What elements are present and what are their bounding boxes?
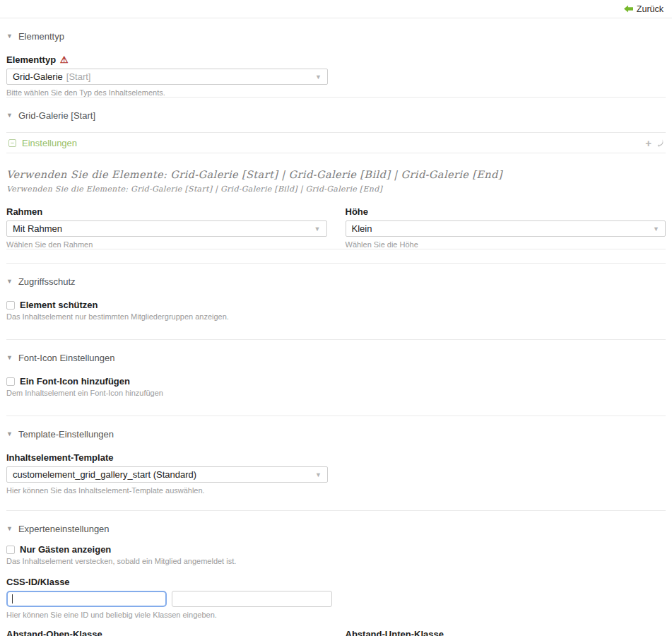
fonticon-row: Ein Font-Icon hinzufügen	[6, 376, 666, 387]
guests-label: Nur Gästen anzeigen	[20, 544, 111, 555]
abstand-unten-label: Abstand-Unten-Klasse	[346, 629, 666, 636]
add-icon[interactable]: +	[645, 138, 652, 148]
mandatory-warning-icon: ⚠	[60, 55, 69, 64]
rahmen-select[interactable]: Mit Rahmen ▼	[6, 220, 327, 237]
elementtyp-field-label-text: Elementtyp	[6, 54, 56, 65]
hoehe-select[interactable]: Klein ▼	[346, 220, 666, 237]
back-button[interactable]: Zurück	[624, 4, 664, 14]
legend-fonticon-label: Font-Icon Einstellungen	[18, 353, 115, 363]
divider	[6, 416, 666, 416]
template-select-value: customelement_grid_gallery_start (Standa…	[13, 469, 196, 480]
rahmen-select-value: Mit Rahmen	[13, 223, 62, 234]
hoehe-field: Höhe Klein ▼ Wählen Sie die Höhe	[346, 194, 666, 249]
chevron-down-icon: ▼	[6, 278, 13, 285]
form-content: ▼ Elementtyp Elementtyp ⚠ Grid-Galerie […	[0, 31, 672, 636]
legend-template-label: Template-Einstellungen	[18, 429, 114, 440]
hoehe-select-value: Klein	[352, 223, 372, 234]
element-schuetzen-help: Das Inhaltselement nur bestimmten Mitgli…	[6, 312, 666, 321]
guests-checkbox[interactable]	[6, 546, 15, 554]
text-caret	[12, 594, 13, 603]
subpalette-toggle[interactable]: − Einstellungen	[8, 138, 77, 148]
elementtyp-help: Bitte wählen Sie den Typ des Inhaltselem…	[6, 88, 666, 97]
abstand-oben-label: Abstand-Oben-Klasse	[6, 629, 327, 636]
subpalette-label: Einstellungen	[22, 138, 77, 148]
rahmen-field: Rahmen Mit Rahmen ▼ Wählen Sie den Rahme…	[6, 194, 327, 249]
legend-zugriffsschutz[interactable]: ▼ Zugriffsschutz	[6, 276, 666, 287]
elementtyp-select-value: Grid-Galerie	[13, 71, 63, 82]
cssid-help: Hier können Sie eine ID und beliebig vie…	[6, 611, 666, 619]
back-arrow-icon	[624, 5, 633, 13]
element-schuetzen-row: Element schützen	[6, 300, 666, 310]
elementtyp-field-label: Elementtyp ⚠	[6, 54, 666, 65]
chevron-down-icon: ▼	[6, 112, 13, 119]
fonticon-checkbox[interactable]	[6, 377, 15, 386]
elementtyp-select[interactable]: Grid-Galerie [Start] ▼	[6, 69, 328, 85]
chevron-down-icon: ▼	[6, 33, 13, 40]
subpalette-actions: +	[645, 138, 664, 148]
divider	[6, 510, 666, 511]
abstand-unten-field: Abstand-Unten-Klasse - ▼ Wählen Sie eine…	[346, 619, 666, 636]
cssid-inputs	[6, 591, 666, 607]
dropdown-arrow-icon: ▼	[315, 73, 322, 81]
top-bar: Zurück	[0, 0, 672, 18]
legend-elementtyp-label: Elementtyp	[18, 31, 64, 42]
guests-row: Nur Gästen anzeigen	[6, 544, 666, 555]
chevron-down-icon: ▼	[6, 431, 13, 437]
fonticon-help: Dem Inhaltselement ein Font-Icon hinzufü…	[6, 389, 666, 397]
legend-experten-label: Experteneinstellungen	[18, 524, 110, 534]
rahmen-label: Rahmen	[6, 206, 327, 217]
legend-grid-galerie[interactable]: ▼ Grid-Galerie [Start]	[6, 110, 666, 121]
chevron-down-icon: ▼	[6, 526, 13, 532]
abstand-oben-field: Abstand-Oben-Klasse - ▼ Wählen Sie eine …	[6, 619, 327, 636]
element-schuetzen-label: Element schützen	[20, 300, 98, 310]
rahmen-help: Wählen Sie den Rahmen	[6, 240, 327, 249]
dropdown-arrow-icon: ▼	[314, 225, 321, 232]
css-id-input[interactable]	[6, 591, 167, 607]
legend-elementtyp[interactable]: ▼ Elementtyp	[6, 31, 666, 42]
usage-note-large: Verwenden Sie die Elemente: Grid-Galerie…	[6, 169, 666, 180]
collapse-icon: −	[8, 139, 16, 147]
fonticon-label: Ein Font-Icon hinzufügen	[20, 376, 130, 387]
rahmen-hoehe-row: Rahmen Mit Rahmen ▼ Wählen Sie den Rahme…	[6, 194, 666, 249]
divider	[6, 263, 666, 264]
wizard-icon[interactable]	[654, 139, 664, 148]
elementtyp-select-suffix: [Start]	[66, 71, 91, 82]
dropdown-arrow-icon: ▼	[653, 225, 659, 232]
template-select[interactable]: customelement_grid_gallery_start (Standa…	[6, 466, 328, 483]
subpalette-einstellungen: − Einstellungen +	[6, 132, 666, 153]
legend-zugriffsschutz-label: Zugriffsschutz	[18, 276, 76, 287]
legend-template[interactable]: ▼ Template-Einstellungen	[6, 429, 666, 440]
legend-experten[interactable]: ▼ Experteneinstellungen	[6, 524, 666, 534]
divider	[6, 339, 666, 340]
abstand-row-1: Abstand-Oben-Klasse - ▼ Wählen Sie eine …	[6, 619, 666, 636]
legend-grid-galerie-label: Grid-Galerie [Start]	[18, 110, 95, 121]
template-field-label: Inhaltselement-Template	[6, 452, 666, 463]
chevron-down-icon: ▼	[6, 355, 13, 361]
back-label: Zurück	[637, 4, 664, 14]
css-class-input[interactable]	[172, 591, 332, 607]
divider	[6, 97, 666, 98]
hoehe-label: Höhe	[346, 206, 666, 217]
template-help: Hier können Sie das Inhaltselement-Templ…	[6, 486, 666, 495]
cssid-label: CSS-ID/Klasse	[6, 577, 666, 587]
legend-fonticon[interactable]: ▼ Font-Icon Einstellungen	[6, 353, 666, 363]
hoehe-help: Wählen Sie die Höhe	[346, 240, 666, 249]
element-schuetzen-checkbox[interactable]	[6, 301, 15, 310]
content-element-edit-form: Zurück ▼ Elementtyp Elementtyp ⚠ Grid-Ga…	[0, 0, 672, 636]
usage-note-small: Verwenden Sie die Elemente: Grid-Galerie…	[6, 184, 666, 194]
dropdown-arrow-icon: ▼	[315, 471, 322, 478]
guests-help: Das Inhaltselement verstecken, sobald ei…	[6, 557, 666, 565]
